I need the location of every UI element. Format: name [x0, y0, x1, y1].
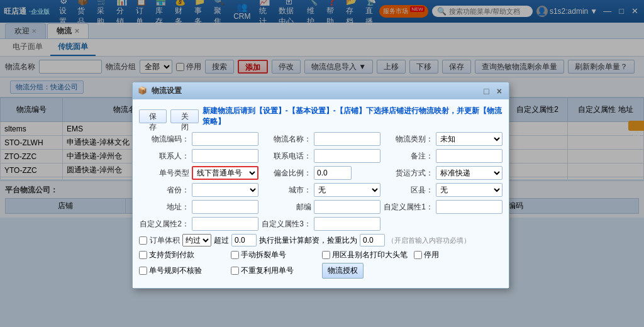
city-label: 城市： [261, 185, 311, 196]
form-row-1: 物流编码： 物流名称： 物流类别： 未知 [139, 132, 502, 146]
address-label: 地址： [139, 202, 189, 213]
logistics-code-label: 物流编码： [139, 134, 189, 145]
ratio-input[interactable] [314, 166, 352, 180]
charge-over-input[interactable] [231, 234, 257, 247]
charge-select[interactable]: 约过 [182, 234, 211, 247]
modal-body: 保存 关闭 新建物流后请到【设置】-【基本设置】-【店铺】下选择店铺进行物流映射… [133, 99, 509, 288]
modal-close-btn[interactable]: × [495, 86, 504, 96]
no-repeat-label: 不重复利用单号 [241, 265, 294, 276]
ship-method-label: 货运方式： [383, 168, 433, 179]
modal-close-action-btn[interactable]: 关闭 [170, 109, 198, 123]
charge-hint: （开启首输入内容功必填） [387, 236, 470, 245]
ratio-label: 偏金比例： [261, 168, 311, 179]
contact-label: 联系人： [139, 151, 189, 162]
logistics-settings-modal: 📦 物流设置 □ × 保存 关闭 新建物流后请到【设置】-【基本设置】-【店铺】… [132, 82, 509, 289]
ship-method-select[interactable]: 标准快递 [436, 166, 502, 180]
contact-input[interactable] [192, 149, 258, 163]
order-type-label: 单号类型 [139, 168, 189, 179]
logistics-auth-btn[interactable]: 物流授权 [322, 263, 364, 279]
charge-over-label: 超过 [214, 235, 229, 246]
bigprint-checkbox[interactable] [322, 251, 330, 259]
modal-notice: 新建物流后请到【设置】-【基本设置】-【店铺】下选择店铺进行物流映射，并更新【物… [203, 106, 502, 127]
form-row-2: 联系人： 联系电话： 备注： [139, 149, 502, 163]
no-repeat-checkbox[interactable] [231, 267, 239, 275]
stop-modal-label: 停用 [424, 250, 439, 260]
split-item: 手动拆裂单号 [231, 250, 320, 260]
form-row-4: 省份： 城市： 无 区县： 无 [139, 183, 502, 197]
custom-attr1-input[interactable] [436, 200, 502, 214]
modal-title-bar: 📦 物流设置 □ × [133, 82, 509, 99]
no-repeat-item: 不重复利用单号 [231, 263, 320, 279]
no-verify-item: 单号规则不核验 [139, 263, 228, 279]
logistics-code-input[interactable] [192, 132, 258, 146]
form-row-5: 地址： 邮编 自定义属性1： [139, 200, 502, 214]
logistics-name-modal-label: 物流名称： [261, 134, 311, 145]
logistics-type-select[interactable]: 未知 [436, 132, 502, 146]
province-select[interactable] [192, 183, 258, 197]
address-input[interactable] [192, 200, 258, 214]
city-select[interactable]: 无 [314, 183, 380, 197]
phone-label: 联系电话： [261, 151, 311, 162]
bigprint-label: 用区县别名打印大头笔 [332, 250, 408, 260]
zipcode-label: 邮编 [261, 202, 311, 213]
custom-attr3-label: 自定义属性3： [261, 219, 311, 230]
stop-modal-checkbox[interactable] [414, 251, 422, 259]
modal-action-toolbar: 保存 关闭 新建物流后请到【设置】-【基本设置】-【店铺】下选择店铺进行物流映射… [139, 106, 502, 127]
remark-input[interactable] [436, 149, 502, 163]
charge-ratio-input[interactable] [360, 234, 385, 247]
charge-label: 订单体积 [150, 235, 180, 246]
custom-attr3-input[interactable] [314, 217, 380, 231]
no-verify-checkbox[interactable] [139, 267, 147, 275]
checkbox-grid: 支持货到付款 手动拆裂单号 用区县别名打印大头笔 停用 单号规则不核验 [139, 250, 502, 279]
order-type-select[interactable]: 线下普通单号 [192, 166, 258, 180]
cod-label: 支持货到付款 [149, 250, 194, 260]
charge-exec-label: 执行批量计算邮资，捡重比为 [259, 235, 357, 246]
no-verify-label: 单号规则不核验 [149, 265, 202, 276]
charge-checkbox[interactable] [139, 236, 147, 245]
province-label: 省份： [139, 185, 189, 196]
split-checkbox[interactable] [231, 251, 239, 259]
stop-item: 停用 [414, 250, 503, 260]
split-label: 手动拆裂单号 [241, 250, 286, 260]
form-row-3: 单号类型 线下普通单号 偏金比例： 货运方式： 标准快递 [139, 166, 502, 180]
modal-title: 物流设置 [152, 86, 182, 95]
phone-input[interactable] [314, 149, 380, 163]
modal-minimize-btn[interactable]: □ [482, 86, 491, 96]
cod-item: 支持货到付款 [139, 250, 228, 260]
logistics-name-modal-input[interactable] [314, 132, 380, 146]
logistics-auth-item: 物流授权 [322, 263, 411, 279]
logistics-type-label: 物流类别： [383, 134, 433, 145]
custom-attr1-label: 自定义属性1： [383, 202, 433, 213]
form-row-6: 自定义属性2： 自定义属性3： [139, 217, 502, 231]
bigprint-item: 用区县别名打印大头笔 [322, 250, 411, 260]
modal-title-icon: 📦 [138, 86, 147, 95]
cod-checkbox[interactable] [139, 251, 147, 259]
charge-row: 订单体积 约过 超过 执行批量计算邮资，捡重比为 （开启首输入内容功必填） [139, 234, 502, 247]
zipcode-input[interactable] [314, 200, 380, 214]
district-label: 区县： [383, 185, 433, 196]
custom-attr2-label: 自定义属性2： [139, 219, 189, 230]
district-select[interactable]: 无 [436, 183, 502, 197]
custom-attr2-input[interactable] [192, 217, 258, 231]
remark-label: 备注： [383, 151, 433, 162]
modal-save-btn[interactable]: 保存 [139, 109, 167, 123]
